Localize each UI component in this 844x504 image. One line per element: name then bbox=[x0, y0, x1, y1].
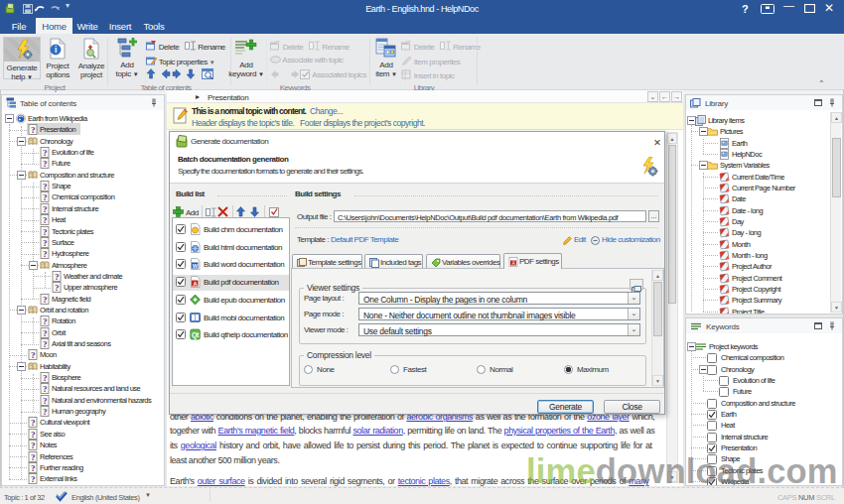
svg-text:Qt: Qt bbox=[192, 331, 200, 339]
svg-text:i: i bbox=[55, 45, 57, 55]
svg-text:A: A bbox=[193, 281, 197, 287]
